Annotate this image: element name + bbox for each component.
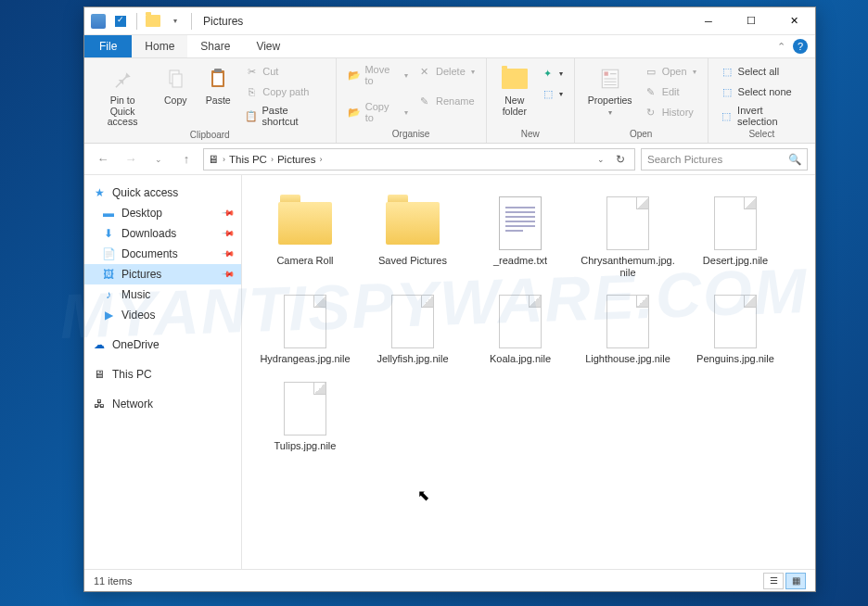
qat-dropdown-icon[interactable]: ▾ — [165, 11, 185, 32]
file-item[interactable]: Penguins.jpg.nile — [683, 290, 787, 369]
sidebar-downloads[interactable]: ⬇Downloads📌 — [84, 223, 241, 244]
sidebar-onedrive[interactable]: ☁OneDrive — [84, 335, 241, 355]
pictures-icon: 🖼 — [101, 267, 116, 282]
move-to-button[interactable]: 📂Move to▾ — [344, 62, 412, 88]
file-name: Tulips.jpg.nile — [274, 440, 337, 452]
recent-button[interactable]: ⌄ — [147, 148, 170, 170]
blank-icon — [702, 196, 769, 251]
downloads-icon: ⬇ — [101, 226, 116, 241]
select-all-button[interactable]: ⬚Select all — [716, 62, 808, 81]
select-none-button[interactable]: ⬚Select none — [716, 82, 808, 101]
file-item[interactable]: Hydrangeas.jpg.nile — [253, 290, 357, 369]
new-folder-icon — [500, 64, 530, 94]
svg-rect-3 — [214, 69, 222, 72]
paste-shortcut-icon: 📋 — [244, 108, 258, 123]
svg-rect-1 — [172, 74, 182, 87]
properties-button[interactable]: Properties ▾ — [582, 62, 638, 119]
select-group-label: Select — [716, 129, 808, 141]
file-name: Koala.jpg.nile — [490, 353, 551, 365]
folder-icon — [272, 196, 338, 251]
svg-rect-4 — [213, 73, 223, 85]
sidebar-this-pc[interactable]: 🖥This PC — [84, 364, 241, 385]
refresh-button[interactable]: ↻ — [610, 153, 631, 166]
sidebar-desktop[interactable]: ▬Desktop📌 — [84, 203, 241, 223]
new-item-icon: ✦ — [541, 66, 555, 81]
back-button[interactable]: ← — [92, 148, 114, 170]
title-bar: ✓ ▾ Pictures ─ ☐ ✕ — [84, 7, 815, 35]
delete-button[interactable]: ✕Delete▾ — [414, 62, 479, 81]
copy-button[interactable]: Copy — [155, 62, 196, 108]
file-item[interactable]: Jellyfish.jpg.nile — [361, 290, 465, 369]
invert-selection-button[interactable]: ⬚Invert selection — [716, 103, 808, 129]
file-item[interactable]: Desert.jpg.nile — [683, 192, 787, 283]
onedrive-icon: ☁ — [92, 337, 107, 352]
this-pc-icon: 🖥 — [92, 367, 107, 382]
star-icon: ★ — [92, 185, 107, 200]
pin-icon: 📌 — [222, 247, 236, 261]
collapse-ribbon-icon[interactable]: ⌃ — [777, 41, 785, 53]
file-list[interactable]: Camera RollSaved Pictures_readme.txtChry… — [242, 175, 815, 569]
pin-to-quick-access-button[interactable]: Pin to Quick access — [92, 62, 153, 130]
sidebar-documents[interactable]: 📄Documents📌 — [84, 244, 241, 264]
breadcrumb-root[interactable]: This PC — [229, 154, 267, 165]
menu-home[interactable]: Home — [132, 35, 187, 57]
dropdown-icon[interactable]: ⌄ — [597, 155, 605, 164]
network-icon: 🖧 — [92, 397, 107, 411]
view-icons-button[interactable]: ▦ — [785, 573, 806, 589]
file-item[interactable]: Chrysanthemum.jpg.nile — [576, 192, 680, 283]
history-button[interactable]: ↻History — [640, 103, 700, 121]
menu-view[interactable]: View — [243, 35, 293, 57]
help-icon[interactable]: ? — [793, 39, 808, 54]
file-item[interactable]: Saved Pictures — [361, 192, 465, 283]
invert-icon: ⬚ — [720, 108, 734, 123]
new-folder-button[interactable]: New folder — [494, 62, 535, 119]
breadcrumb-current[interactable]: Pictures — [277, 154, 316, 165]
folder-icon — [379, 196, 446, 251]
folder-icon — [143, 11, 163, 32]
close-button[interactable]: ✕ — [772, 7, 815, 35]
sidebar-network[interactable]: 🖧Network — [84, 394, 241, 414]
qat-icon[interactable]: ✓ — [110, 11, 131, 32]
file-item[interactable]: _readme.txt — [468, 192, 572, 283]
breadcrumb-bar[interactable]: 🖥 › This PC › Pictures › ⌄ ↻ — [203, 148, 635, 170]
cut-button[interactable]: ✂Cut — [240, 62, 327, 81]
blank-icon — [379, 294, 446, 349]
up-button[interactable]: ↑ — [175, 148, 198, 170]
sidebar-videos[interactable]: ▶Videos — [84, 305, 241, 325]
edit-icon: ✎ — [644, 84, 658, 99]
menu-file[interactable]: File — [84, 35, 132, 57]
copy-to-button[interactable]: 📂Copy to▾ — [344, 99, 412, 125]
copy-icon — [160, 64, 190, 94]
forward-button[interactable]: → — [120, 148, 142, 170]
sidebar-quick-access[interactable]: ★Quick access — [84, 183, 241, 203]
rename-icon: ✎ — [417, 94, 432, 108]
copy-path-button[interactable]: ⎘Copy path — [240, 82, 327, 101]
menu-share[interactable]: Share — [187, 35, 243, 57]
maximize-button[interactable]: ☐ — [730, 7, 772, 35]
file-item[interactable]: Koala.jpg.nile — [468, 290, 572, 369]
ribbon: Pin to Quick access Copy Paste ✂Cut ⎘Cop… — [84, 58, 815, 144]
easy-access-button[interactable]: ⬚▾ — [537, 84, 567, 103]
view-details-button[interactable]: ☰ — [763, 573, 784, 589]
file-name: Lighthouse.jpg.nile — [585, 353, 670, 365]
history-icon: ↻ — [644, 105, 658, 120]
search-input[interactable]: Search Pictures 🔍 — [641, 148, 808, 170]
sidebar-music[interactable]: ♪Music — [84, 284, 241, 305]
properties-icon — [595, 64, 625, 94]
minimize-button[interactable]: ─ — [687, 7, 730, 35]
file-item[interactable]: Tulips.jpg.nile — [253, 377, 357, 456]
new-item-button[interactable]: ✦▾ — [537, 64, 567, 82]
sidebar-pictures[interactable]: 🖼Pictures📌 — [84, 264, 241, 284]
open-button[interactable]: ▭Open▾ — [640, 62, 700, 81]
select-none-icon: ⬚ — [720, 84, 734, 99]
file-name: Saved Pictures — [378, 255, 447, 267]
blank-icon — [594, 196, 661, 251]
app-icon — [88, 11, 108, 32]
file-item[interactable]: Lighthouse.jpg.nile — [576, 290, 680, 369]
edit-button[interactable]: ✎Edit — [640, 82, 700, 101]
file-item[interactable]: Camera Roll — [253, 192, 357, 283]
paste-button[interactable]: Paste — [198, 62, 238, 108]
paste-shortcut-button[interactable]: 📋Paste shortcut — [240, 103, 327, 129]
blank-icon — [594, 294, 661, 349]
rename-button[interactable]: ✎Rename — [414, 92, 479, 110]
